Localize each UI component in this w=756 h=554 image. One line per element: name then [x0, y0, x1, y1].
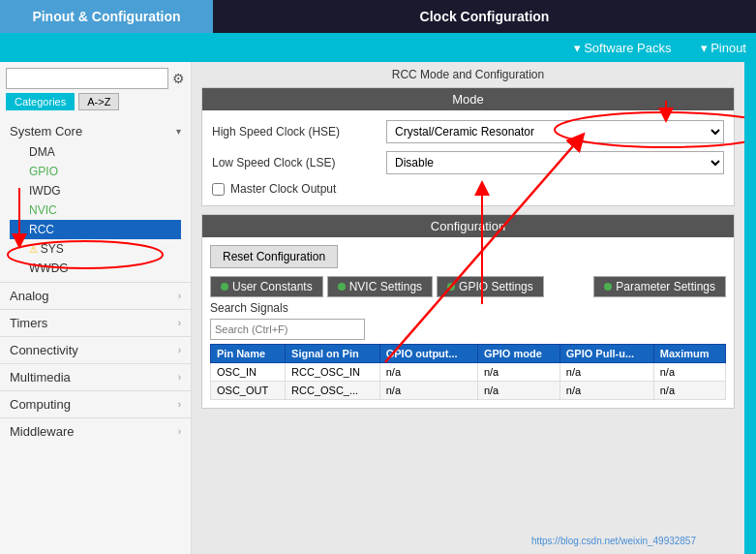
config-tabs: User Constants NVIC Settings GPIO Settin…: [210, 276, 726, 297]
dot-icon: [447, 283, 455, 291]
multimedia-label: Multimedia: [10, 370, 71, 385]
dot-icon: [221, 283, 228, 291]
system-core-chevron: ▾: [176, 126, 181, 137]
tab-categories[interactable]: Categories: [6, 93, 75, 110]
pinout-btn[interactable]: Pinout: [701, 41, 747, 55]
master-clock-row: Master Clock Output: [212, 182, 724, 196]
sidebar: ⚙ Categories A->Z System Core ▾ DMA GPIO…: [0, 62, 192, 554]
tab-user-constants[interactable]: User Constants: [210, 276, 323, 297]
cell-gpio-mode: n/a: [477, 363, 559, 382]
computing-label: Computing: [10, 397, 71, 412]
tab-gpio-settings[interactable]: GPIO Settings: [437, 276, 544, 297]
software-packs-btn[interactable]: Software Packs: [574, 41, 672, 55]
cell-signal: RCC_OSC_...: [286, 382, 380, 400]
sidebar-tabs: Categories A->Z: [0, 93, 191, 116]
col-gpio-output: GPIO output...: [379, 345, 477, 363]
software-bar: Software Packs Pinout: [0, 33, 756, 62]
mode-header: Mode: [202, 88, 734, 110]
tab-az[interactable]: A->Z: [78, 93, 119, 110]
system-core-header[interactable]: System Core ▾: [10, 120, 181, 142]
hse-row: High Speed Clock (HSE) Crystal/Ceramic R…: [212, 120, 724, 143]
gear-icon[interactable]: ⚙: [172, 71, 185, 86]
cell-gpio-mode: n/a: [477, 382, 559, 400]
master-clock-label: Master Clock Output: [230, 182, 336, 196]
col-gpio-mode: GPIO mode: [477, 345, 559, 363]
sidebar-item-analog[interactable]: Analog ›: [0, 282, 191, 309]
sidebar-item-gpio[interactable]: GPIO: [10, 162, 181, 181]
config-section: Configuration Reset Configuration User C…: [201, 214, 735, 409]
tab-parameter-label: Parameter Settings: [616, 280, 715, 293]
sidebar-item-timers[interactable]: Timers ›: [0, 309, 191, 336]
hse-label: High Speed Clock (HSE): [212, 125, 386, 138]
connectivity-chevron: ›: [178, 345, 181, 355]
top-tabs: Pinout & Configuration Clock Configurati…: [0, 0, 756, 33]
col-pin-name: Pin Name: [211, 345, 286, 363]
col-signal: Signal on Pin: [286, 345, 380, 363]
sidebar-item-rcc[interactable]: RCC: [10, 220, 181, 239]
system-core-section: System Core ▾ DMA GPIO IWDG NVIC RCC SYS…: [0, 116, 191, 282]
search-signals-label: Search Signals: [210, 301, 726, 315]
analog-chevron: ›: [178, 291, 181, 301]
hse-select[interactable]: Crystal/Ceramic Resonator Disable BYPASS…: [386, 120, 724, 143]
cell-maximum: n/a: [653, 382, 725, 400]
tab-user-constants-label: User Constants: [232, 280, 313, 293]
sidebar-item-middleware[interactable]: Middleware ›: [0, 417, 191, 445]
middleware-chevron: ›: [178, 426, 181, 437]
table-header-row: Pin Name Signal on Pin GPIO output... GP…: [211, 345, 726, 363]
computing-chevron: ›: [178, 399, 181, 410]
sidebar-item-nvic[interactable]: NVIC: [10, 200, 181, 220]
lse-row: Low Speed Clock (LSE) Disable BYPASS Clo…: [212, 151, 724, 174]
mode-section: Mode High Speed Clock (HSE) Crystal/Cera…: [201, 87, 735, 206]
search-signals-input[interactable]: [210, 319, 365, 340]
sidebar-item-computing[interactable]: Computing ›: [0, 390, 191, 417]
sidebar-item-wwdg[interactable]: WWDG: [10, 259, 181, 278]
tab-nvic-label: NVIC Settings: [349, 280, 422, 293]
analog-label: Analog: [10, 289, 48, 303]
reset-config-button[interactable]: Reset Configuration: [210, 245, 338, 268]
mode-body: High Speed Clock (HSE) Crystal/Ceramic R…: [202, 110, 734, 205]
config-header: Configuration: [202, 215, 734, 237]
sidebar-item-iwdg[interactable]: IWDG: [10, 181, 181, 200]
cell-pin-name: OSC_OUT: [211, 382, 286, 400]
system-core-label: System Core: [10, 124, 82, 138]
watermark: https://blog.csdn.net/weixin_49932857: [531, 536, 696, 546]
master-clock-checkbox[interactable]: [212, 183, 225, 196]
timers-label: Timers: [10, 316, 47, 330]
tab-pinout[interactable]: Pinout & Configuration: [0, 0, 213, 33]
system-core-items: DMA GPIO IWDG NVIC RCC SYS WWDG: [10, 142, 181, 278]
cell-gpio-pull: n/a: [559, 382, 653, 400]
table-row: OSC_OUT RCC_OSC_... n/a n/a n/a n/a: [211, 382, 726, 400]
col-gpio-pull: GPIO Pull-u...: [559, 345, 653, 363]
rcc-title: RCC Mode and Configuration: [192, 62, 744, 87]
signals-table-body: OSC_IN RCC_OSC_IN n/a n/a n/a n/a OSC_OU…: [211, 363, 726, 400]
main-content: RCC Mode and Configuration Mode High Spe…: [192, 62, 744, 554]
table-row: OSC_IN RCC_OSC_IN n/a n/a n/a n/a: [211, 363, 726, 382]
sidebar-item-multimedia[interactable]: Multimedia ›: [0, 363, 191, 390]
tab-gpio-label: GPIO Settings: [459, 280, 533, 293]
search-input[interactable]: [6, 68, 168, 89]
lse-select[interactable]: Disable BYPASS Clock Source Crystal/Cera…: [386, 151, 724, 174]
dot-icon: [338, 283, 346, 291]
lse-label: Low Speed Clock (LSE): [212, 156, 386, 169]
tab-clock[interactable]: Clock Configuration: [213, 0, 756, 33]
sidebar-item-connectivity[interactable]: Connectivity ›: [0, 336, 191, 363]
tab-nvic-settings[interactable]: NVIC Settings: [327, 276, 433, 297]
sidebar-search-area: ⚙: [0, 62, 191, 93]
cell-signal: RCC_OSC_IN: [286, 363, 380, 382]
cell-maximum: n/a: [653, 363, 725, 382]
sidebar-item-dma[interactable]: DMA: [10, 142, 181, 162]
col-maximum: Maximum: [653, 345, 725, 363]
cell-gpio-pull: n/a: [559, 363, 653, 382]
tab-parameter-settings[interactable]: Parameter Settings: [593, 276, 726, 297]
connectivity-label: Connectivity: [10, 343, 78, 357]
timers-chevron: ›: [178, 318, 181, 328]
middleware-label: Middleware: [10, 424, 74, 439]
dot-icon: [604, 283, 612, 291]
cell-gpio-output: n/a: [379, 363, 477, 382]
sidebar-item-sys[interactable]: SYS: [10, 239, 181, 259]
scrollbar[interactable]: [744, 62, 756, 554]
signals-table: Pin Name Signal on Pin GPIO output... GP…: [210, 344, 726, 400]
multimedia-chevron: ›: [178, 372, 181, 383]
config-body: Reset Configuration User Constants NVIC …: [202, 237, 734, 408]
cell-pin-name: OSC_IN: [211, 363, 286, 382]
